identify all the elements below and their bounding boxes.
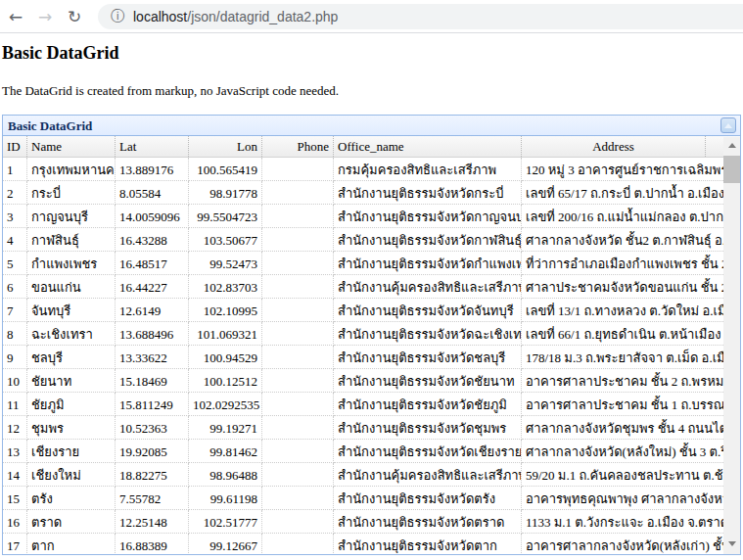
cell-lat: 12.6149 <box>116 299 189 322</box>
cell-office_name: สำนักงานคุ้มครองสิทธิและเสรีภาพ ภาค 2 <box>334 275 522 299</box>
cell-address: อาคารศาลาประชาคม ชั้น 1 ถ.บรรณาการ ต.ใน <box>522 393 725 416</box>
table-row[interactable]: 12ชุมพร10.5236399.19271สำนักงานยุติธรรมจ… <box>3 416 725 440</box>
cell-name: กระบี่ <box>27 181 116 205</box>
cell-office_name: กรมคุ้มครองสิทธิและเสรีภาพ <box>334 158 522 181</box>
cell-lat: 7.55782 <box>116 487 189 510</box>
table-row[interactable]: 5กำแพงเพชร16.4851799.52473สำนักงานยุติธร… <box>3 252 725 275</box>
cell-office_name: สำนักงานยุติธรรมจังหวัดกำแพงเพชร <box>334 252 522 275</box>
cell-lon: 101.069321 <box>189 322 262 346</box>
cell-phone <box>262 228 334 252</box>
table-row[interactable]: 16ตราด12.25148102.51777สำนักงานยุติธรรมจ… <box>3 510 725 534</box>
cell-name: ตาก <box>27 534 116 553</box>
table-row[interactable]: 3กาญจนบุรี14.005909699.5504723สำนักงานยุ… <box>3 205 725 228</box>
cell-lon: 103.50677 <box>189 228 262 252</box>
url-path: /json/datagrid_data2.php <box>187 9 338 24</box>
forward-icon[interactable]: → <box>31 3 59 30</box>
table-row[interactable]: 2กระบี่8.0558498.91778สำนักงานยุติธรรมจั… <box>3 181 725 205</box>
cell-lon: 98.91778 <box>189 181 262 205</box>
cell-lat: 15.18469 <box>116 369 189 393</box>
cell-name: กาญจนบุรี <box>27 205 116 228</box>
cell-phone <box>262 252 334 275</box>
cell-lat: 16.48517 <box>116 252 189 275</box>
cell-phone <box>262 534 334 553</box>
cell-office_name: สำนักงานยุติธรรมจังหวัดฉะเชิงเทรา <box>334 322 522 346</box>
cell-lon: 100.565419 <box>189 158 262 181</box>
column-header-phone[interactable]: Phone <box>262 136 334 157</box>
cell-name: ตรัง <box>27 487 116 510</box>
table-row[interactable]: 11ชัยภูมิ15.811249102.0292535สำนักงานยุต… <box>3 393 725 416</box>
cell-id: 14 <box>3 463 27 487</box>
cell-name: จันทบุรี <box>27 299 116 322</box>
scroll-down-button[interactable] <box>723 536 740 552</box>
table-row[interactable]: 14เชียงใหม่18.8227598.96488สำนักงานคุ้มค… <box>3 463 725 487</box>
cell-phone <box>262 299 334 322</box>
cell-phone <box>262 463 334 487</box>
table-row[interactable]: 4กาฬสินธุ์16.43288103.50677สำนักงานยุติธ… <box>3 228 725 252</box>
cell-office_name: สำนักงานยุติธรรมจังหวัดตราด <box>334 510 522 534</box>
cell-address: ที่ว่าการอำเภอเมืองกำแพงเพชร ชั้น 2 ต.ใน… <box>522 252 725 275</box>
cell-office_name: สำนักงานยุติธรรมจังหวัดจันทบุรี <box>334 299 522 322</box>
table-row[interactable]: 9ชลบุรี13.33622100.94529สำนักงานยุติธรรม… <box>3 346 725 369</box>
cell-phone <box>262 346 334 369</box>
table-row[interactable]: 15ตรัง7.5578299.61198สำนักงานยุติธรรมจัง… <box>3 487 725 510</box>
column-header-address[interactable]: Address <box>522 136 706 157</box>
table-row[interactable]: 17ตาก16.8838999.12667สำนักงานยุติธรรมจัง… <box>3 534 725 553</box>
cell-lon: 100.12512 <box>189 369 262 393</box>
page-info-icon[interactable]: ⓘ <box>111 8 124 25</box>
cell-lat: 10.52363 <box>116 416 189 440</box>
cell-id: 11 <box>3 393 27 416</box>
cell-address: อาคารพุทธคุณพาพุง ศาลากลางจังหวัด ถ.พ <box>522 487 725 510</box>
cell-lat: 14.0059096 <box>116 205 189 228</box>
cell-phone <box>262 393 334 416</box>
table-row[interactable]: 1กรุงเทพมหานคร13.889176100.565419กรมคุ้ม… <box>3 158 725 181</box>
column-header-lon[interactable]: Lon <box>189 136 262 157</box>
page-subtitle: The DataGrid is created from markup, no … <box>2 83 741 98</box>
cell-lon: 99.61198 <box>189 487 262 510</box>
cell-address: ศาลากลางจังหวัดชุมพร ชั้น 4 ถนนไตรรัตน์ <box>522 416 725 440</box>
cell-phone <box>262 487 334 510</box>
scroll-up-button[interactable] <box>723 137 740 154</box>
cell-id: 5 <box>3 252 27 275</box>
table-row[interactable]: 13เชียงราย19.9208599.81462สำนักงานยุติธร… <box>3 440 725 463</box>
cell-id: 4 <box>3 228 27 252</box>
cell-lat: 15.811249 <box>116 393 189 416</box>
column-header-id[interactable]: ID <box>3 136 27 157</box>
panel-title: Basic DataGrid <box>8 118 92 133</box>
table-row[interactable]: 6ขอนแก่น16.44227102.83703สำนักงานคุ้มครอ… <box>3 275 725 299</box>
cell-lon: 102.83703 <box>189 275 262 299</box>
cell-name: เชียงราย <box>27 440 116 463</box>
browser-toolbar: ← → ↻ ⓘ localhost/json/datagrid_data2.ph… <box>0 0 743 33</box>
vertical-scrollbar[interactable] <box>723 137 740 554</box>
cell-name: ฉะเชิงเทรา <box>27 322 116 346</box>
cell-name: ตราด <box>27 510 116 534</box>
cell-lat: 13.33622 <box>116 346 189 369</box>
cell-lon: 102.0292535 <box>189 393 262 416</box>
column-header-office_name[interactable]: Office_name <box>334 136 522 157</box>
cell-id: 15 <box>3 487 27 510</box>
table-row[interactable]: 8ฉะเชิงเทรา13.688496101.069321สำนักงานยุ… <box>3 322 725 346</box>
cell-office_name: สำนักงานยุติธรรมจังหวัดกาญจนบุรี <box>334 205 522 228</box>
column-header-lat[interactable]: Lat <box>116 136 189 157</box>
cell-office_name: สำนักงานยุติธรรมจังหวัดชุมพร <box>334 416 522 440</box>
datagrid-panel: Basic DataGrid IDNameLatLonPhoneOffice_n… <box>2 115 741 555</box>
cell-lon: 102.51777 <box>189 510 262 534</box>
table-row[interactable]: 10ชัยนาท15.18469100.12512สำนักงานยุติธรร… <box>3 369 725 393</box>
panel-collapse-button[interactable] <box>720 117 736 133</box>
reload-icon[interactable]: ↻ <box>61 3 88 30</box>
address-bar[interactable]: ⓘ localhost/json/datagrid_data2.php <box>98 4 743 29</box>
table-row[interactable]: 7จันทบุรี12.6149102.10995สำนักงานยุติธรร… <box>3 299 725 322</box>
cell-id: 17 <box>3 534 27 553</box>
cell-name: ชัยภูมิ <box>27 393 116 416</box>
cell-name: กาฬสินธุ์ <box>27 228 116 252</box>
column-header-name[interactable]: Name <box>27 136 116 157</box>
scroll-down-icon <box>728 541 736 546</box>
cell-phone <box>262 275 334 299</box>
scroll-up-icon <box>728 143 736 148</box>
cell-office_name: สำนักงานยุติธรรมจังหวัดเชียงราย <box>334 440 522 463</box>
cell-phone <box>262 205 334 228</box>
back-icon[interactable]: ← <box>2 3 29 30</box>
cell-lon: 99.5504723 <box>189 205 262 228</box>
cell-id: 2 <box>3 181 27 205</box>
scrollbar-thumb[interactable] <box>723 156 740 183</box>
cell-lon: 99.81462 <box>189 440 262 463</box>
